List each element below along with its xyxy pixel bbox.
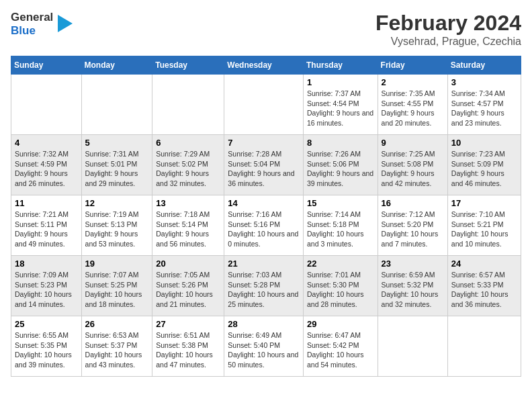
day-info: Sunrise: 6:59 AMSunset: 5:32 PMDaylight:… <box>382 270 444 310</box>
day-number: 11 <box>15 198 78 208</box>
day-info: Sunrise: 7:07 AMSunset: 5:25 PMDaylight:… <box>85 270 149 310</box>
page-header: General Blue February 2024 Vysehrad, Pra… <box>11 11 521 48</box>
calendar-cell <box>224 75 304 135</box>
day-number: 21 <box>228 259 300 269</box>
day-info: Sunrise: 7:01 AMSunset: 5:30 PMDaylight:… <box>307 270 374 310</box>
calendar-cell: 9Sunrise: 7:25 AMSunset: 5:08 PMDaylight… <box>378 135 447 195</box>
day-number: 10 <box>451 138 517 148</box>
calendar-cell: 1Sunrise: 7:37 AMSunset: 4:54 PMDaylight… <box>303 75 378 135</box>
day-number: 1 <box>307 77 374 87</box>
page-title: February 2024 <box>375 11 521 36</box>
calendar-cell <box>378 316 447 377</box>
calendar-cell: 18Sunrise: 7:09 AMSunset: 5:23 PMDayligh… <box>11 256 82 316</box>
weekday-header-cell: Monday <box>81 56 152 75</box>
calendar-cell: 19Sunrise: 7:07 AMSunset: 5:25 PMDayligh… <box>81 256 152 316</box>
day-number: 27 <box>156 319 220 329</box>
day-number: 24 <box>451 259 517 269</box>
calendar-table: SundayMondayTuesdayWednesdayThursdayFrid… <box>11 56 521 377</box>
calendar-cell: 16Sunrise: 7:12 AMSunset: 5:20 PMDayligh… <box>378 195 447 256</box>
calendar-cell: 15Sunrise: 7:14 AMSunset: 5:18 PMDayligh… <box>303 195 378 256</box>
day-info: Sunrise: 7:29 AMSunset: 5:02 PMDaylight:… <box>156 149 220 189</box>
day-number: 2 <box>382 77 444 87</box>
day-number: 16 <box>382 198 444 208</box>
weekday-header-cell: Saturday <box>447 56 521 75</box>
title-block: February 2024 Vysehrad, Prague, Czechia <box>375 11 521 48</box>
weekday-header-cell: Wednesday <box>224 56 304 75</box>
svg-marker-0 <box>58 15 73 32</box>
weekday-header-cell: Thursday <box>303 56 378 75</box>
day-info: Sunrise: 7:32 AMSunset: 4:59 PMDaylight:… <box>15 149 78 189</box>
day-number: 26 <box>85 319 149 329</box>
calendar-cell <box>447 316 521 377</box>
calendar-cell: 7Sunrise: 7:28 AMSunset: 5:04 PMDaylight… <box>224 135 304 195</box>
calendar-cell: 22Sunrise: 7:01 AMSunset: 5:30 PMDayligh… <box>303 256 378 316</box>
day-info: Sunrise: 7:34 AMSunset: 4:57 PMDaylight:… <box>451 89 517 128</box>
day-number: 7 <box>228 138 300 148</box>
calendar-cell: 6Sunrise: 7:29 AMSunset: 5:02 PMDaylight… <box>152 135 224 195</box>
day-number: 19 <box>85 259 149 269</box>
calendar-cell: 5Sunrise: 7:31 AMSunset: 5:01 PMDaylight… <box>81 135 152 195</box>
day-info: Sunrise: 7:23 AMSunset: 5:09 PMDaylight:… <box>451 149 517 189</box>
calendar-cell: 23Sunrise: 6:59 AMSunset: 5:32 PMDayligh… <box>378 256 447 316</box>
day-info: Sunrise: 7:28 AMSunset: 5:04 PMDaylight:… <box>228 149 300 189</box>
day-info: Sunrise: 7:14 AMSunset: 5:18 PMDaylight:… <box>307 210 374 249</box>
calendar-cell: 12Sunrise: 7:19 AMSunset: 5:13 PMDayligh… <box>81 195 152 256</box>
day-info: Sunrise: 7:31 AMSunset: 5:01 PMDaylight:… <box>85 149 149 189</box>
calendar-week-row: 1Sunrise: 7:37 AMSunset: 4:54 PMDaylight… <box>11 75 521 135</box>
day-info: Sunrise: 6:55 AMSunset: 5:35 PMDaylight:… <box>15 330 78 370</box>
calendar-cell <box>152 75 224 135</box>
day-info: Sunrise: 7:12 AMSunset: 5:20 PMDaylight:… <box>382 210 444 249</box>
calendar-cell: 26Sunrise: 6:53 AMSunset: 5:37 PMDayligh… <box>81 316 152 377</box>
weekday-header-row: SundayMondayTuesdayWednesdayThursdayFrid… <box>11 56 521 75</box>
calendar-cell: 13Sunrise: 7:18 AMSunset: 5:14 PMDayligh… <box>152 195 224 256</box>
day-number: 14 <box>228 198 300 208</box>
day-number: 6 <box>156 138 220 148</box>
calendar-cell: 25Sunrise: 6:55 AMSunset: 5:35 PMDayligh… <box>11 316 82 377</box>
logo: General Blue <box>11 11 73 37</box>
calendar-cell: 2Sunrise: 7:35 AMSunset: 4:55 PMDaylight… <box>378 75 447 135</box>
day-info: Sunrise: 6:51 AMSunset: 5:38 PMDaylight:… <box>156 330 220 370</box>
calendar-cell: 17Sunrise: 7:10 AMSunset: 5:21 PMDayligh… <box>447 195 521 256</box>
calendar-week-row: 4Sunrise: 7:32 AMSunset: 4:59 PMDaylight… <box>11 135 521 195</box>
day-number: 5 <box>85 138 149 148</box>
calendar-cell: 8Sunrise: 7:26 AMSunset: 5:06 PMDaylight… <box>303 135 378 195</box>
calendar-cell: 10Sunrise: 7:23 AMSunset: 5:09 PMDayligh… <box>447 135 521 195</box>
day-number: 15 <box>307 198 374 208</box>
calendar-week-row: 18Sunrise: 7:09 AMSunset: 5:23 PMDayligh… <box>11 256 521 316</box>
logo-blue: Blue <box>11 24 53 38</box>
page-subtitle: Vysehrad, Prague, Czechia <box>375 36 521 48</box>
day-number: 4 <box>15 138 78 148</box>
day-number: 13 <box>156 198 220 208</box>
day-info: Sunrise: 7:09 AMSunset: 5:23 PMDaylight:… <box>15 270 78 310</box>
day-info: Sunrise: 6:57 AMSunset: 5:33 PMDaylight:… <box>451 270 517 310</box>
calendar-week-row: 11Sunrise: 7:21 AMSunset: 5:11 PMDayligh… <box>11 195 521 256</box>
day-info: Sunrise: 6:47 AMSunset: 5:42 PMDaylight:… <box>307 330 374 370</box>
weekday-header-cell: Tuesday <box>152 56 224 75</box>
day-number: 3 <box>451 77 517 87</box>
day-info: Sunrise: 7:03 AMSunset: 5:28 PMDaylight:… <box>228 270 300 310</box>
calendar-cell: 24Sunrise: 6:57 AMSunset: 5:33 PMDayligh… <box>447 256 521 316</box>
day-number: 9 <box>382 138 444 148</box>
calendar-cell: 11Sunrise: 7:21 AMSunset: 5:11 PMDayligh… <box>11 195 82 256</box>
calendar-cell: 29Sunrise: 6:47 AMSunset: 5:42 PMDayligh… <box>303 316 378 377</box>
day-info: Sunrise: 7:26 AMSunset: 5:06 PMDaylight:… <box>307 149 374 189</box>
calendar-week-row: 25Sunrise: 6:55 AMSunset: 5:35 PMDayligh… <box>11 316 521 377</box>
day-number: 20 <box>156 259 220 269</box>
day-number: 22 <box>307 259 374 269</box>
calendar-cell: 20Sunrise: 7:05 AMSunset: 5:26 PMDayligh… <box>152 256 224 316</box>
calendar-cell: 14Sunrise: 7:16 AMSunset: 5:16 PMDayligh… <box>224 195 304 256</box>
calendar-cell: 3Sunrise: 7:34 AMSunset: 4:57 PMDaylight… <box>447 75 521 135</box>
day-info: Sunrise: 6:53 AMSunset: 5:37 PMDaylight:… <box>85 330 149 370</box>
day-number: 8 <box>307 138 374 148</box>
day-info: Sunrise: 7:37 AMSunset: 4:54 PMDaylight:… <box>307 89 374 128</box>
day-number: 28 <box>228 319 300 329</box>
calendar-cell: 21Sunrise: 7:03 AMSunset: 5:28 PMDayligh… <box>224 256 304 316</box>
weekday-header-cell: Friday <box>378 56 447 75</box>
day-number: 23 <box>382 259 444 269</box>
day-number: 17 <box>451 198 517 208</box>
day-info: Sunrise: 7:21 AMSunset: 5:11 PMDaylight:… <box>15 210 78 249</box>
calendar-body: 1Sunrise: 7:37 AMSunset: 4:54 PMDaylight… <box>11 75 521 377</box>
day-number: 18 <box>15 259 78 269</box>
day-number: 12 <box>85 198 149 208</box>
calendar-cell: 27Sunrise: 6:51 AMSunset: 5:38 PMDayligh… <box>152 316 224 377</box>
